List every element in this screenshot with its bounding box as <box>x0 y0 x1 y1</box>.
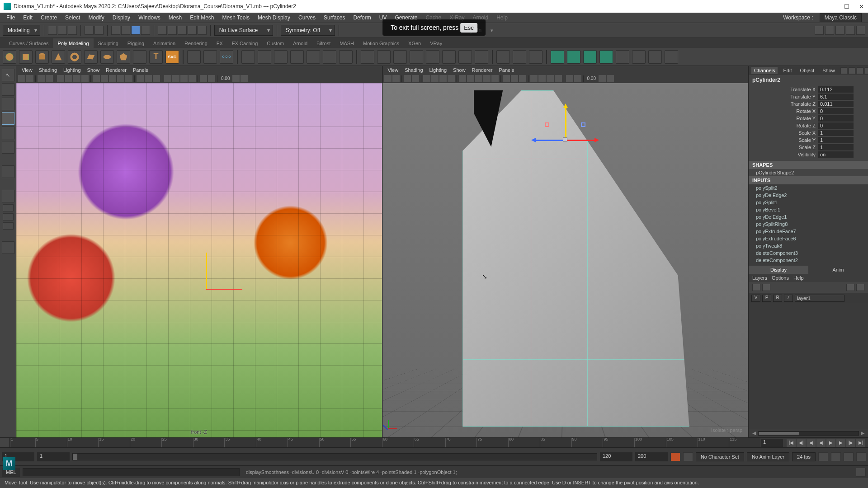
prefs-icon[interactable] <box>856 452 866 461</box>
camera-select-icon[interactable] <box>18 75 25 82</box>
subdivide-icon[interactable] <box>323 50 336 64</box>
symmetry-dropdown[interactable]: Symmetry: Off <box>281 25 335 36</box>
shadows-icon[interactable] <box>125 75 132 82</box>
shelf-tab-rendering[interactable]: Rendering <box>180 38 212 48</box>
layer-name[interactable]: layer1 <box>795 295 844 302</box>
symmetry-options-icon[interactable] <box>203 50 217 64</box>
channel-icon-4[interactable] <box>865 67 868 74</box>
toggle-channelbox-icon[interactable] <box>856 26 865 35</box>
poly-torus-icon[interactable] <box>68 50 81 64</box>
bookmark-icon-r[interactable] <box>412 75 419 82</box>
autokey-icon[interactable] <box>670 452 680 461</box>
multi-cut-coord-icon[interactable]: 0,0,0 <box>220 50 233 64</box>
bridge-icon[interactable] <box>377 50 391 64</box>
history-node[interactable]: polySplitRing8 <box>749 221 868 228</box>
manipulator-z[interactable] <box>536 140 565 141</box>
channel-icon-3[interactable] <box>857 67 863 74</box>
rotate-tool[interactable] <box>2 127 14 139</box>
ao-icon[interactable] <box>164 75 171 82</box>
gate-mask-icon[interactable] <box>81 75 89 82</box>
menu-display[interactable]: Display <box>109 14 134 22</box>
layer-vis-cell[interactable]: V <box>751 295 760 302</box>
attr-value[interactable]: 0 <box>818 108 854 114</box>
extrude-icon[interactable] <box>361 50 374 64</box>
poly-sphere-icon[interactable] <box>3 50 16 64</box>
circularize-icon[interactable] <box>475 50 488 64</box>
manipulator-x-axis[interactable] <box>206 289 242 290</box>
channel-tab-edit[interactable]: Edit <box>780 67 794 74</box>
outliner-icon[interactable] <box>2 241 14 254</box>
combine-icon[interactable] <box>241 50 255 64</box>
ao-icon-r[interactable] <box>530 75 538 82</box>
hud-icon[interactable] <box>825 26 834 35</box>
history-node[interactable]: polyExtrudeFace6 <box>749 235 868 242</box>
select-tool-icon[interactable] <box>141 26 150 35</box>
hw-render-icon[interactable] <box>208 75 215 82</box>
attr-value[interactable]: 6.1 <box>818 94 854 100</box>
history-node[interactable]: polySplit2 <box>749 184 868 192</box>
open-scene-icon[interactable] <box>58 26 67 35</box>
cleanup-icon[interactable] <box>648 50 662 64</box>
aa-icon[interactable] <box>189 75 196 82</box>
crease-icon[interactable] <box>567 50 580 64</box>
panel-menu-renderer-r[interactable]: Renderer <box>469 67 495 73</box>
layer-type-cell[interactable]: R <box>773 295 782 302</box>
camera-lock-icon[interactable] <box>26 75 33 82</box>
viewport-front-canvas[interactable]: front -Z <box>16 83 382 437</box>
shelf-tab-rigging[interactable]: Rigging <box>123 38 149 48</box>
panel-menu-lighting-r[interactable]: Lighting <box>427 67 450 73</box>
smooth-icon[interactable] <box>290 50 304 64</box>
history-node[interactable]: deleteComponent2 <box>749 257 868 264</box>
panel-menu-show-r[interactable]: Show <box>450 67 468 73</box>
layer-row[interactable]: V P R / layer1 <box>749 293 868 303</box>
exposure-icon-r[interactable] <box>599 75 606 82</box>
poly-type-icon[interactable]: T <box>149 50 163 64</box>
playback-options-icon[interactable] <box>683 452 693 461</box>
toggle-attr-icon[interactable] <box>835 26 844 35</box>
lasso-tool[interactable] <box>2 83 14 96</box>
maximize-button[interactable]: ☐ <box>844 3 850 9</box>
res-gate-icon[interactable] <box>73 75 80 82</box>
layout-two-icon[interactable] <box>3 222 14 230</box>
shelf-tab-polymodeling[interactable]: Poly Modeling <box>53 38 93 48</box>
select-by-component-icon[interactable] <box>131 26 140 35</box>
show-manip-icon[interactable] <box>2 190 14 202</box>
fps-dropdown[interactable]: 24 fps <box>792 452 816 461</box>
gamma-icon-r[interactable] <box>607 75 614 82</box>
reduce-icon[interactable] <box>632 50 646 64</box>
grid-icon-r[interactable] <box>423 75 430 82</box>
svg-icon[interactable]: SVG <box>165 50 179 64</box>
attr-value[interactable]: 0.011 <box>818 101 854 107</box>
menu-file[interactable]: File <box>3 14 19 22</box>
step-fwd-key-icon[interactable]: |▶ <box>846 439 855 447</box>
lights-icon[interactable] <box>117 75 124 82</box>
menu-select[interactable]: Select <box>61 14 84 22</box>
manipulator-x-pos[interactable] <box>565 140 594 141</box>
xray-joints-icon[interactable] <box>153 75 160 82</box>
save-scene-icon[interactable] <box>68 26 77 35</box>
layer-color-cell[interactable]: / <box>784 295 793 302</box>
exposure-value[interactable]: 0.00 <box>219 76 231 81</box>
menu-curves[interactable]: Curves <box>295 14 319 22</box>
shelf-tab-custom[interactable]: Custom <box>262 38 288 48</box>
shelf-tab-fx[interactable]: FX <box>212 38 227 48</box>
platonic-icon[interactable] <box>117 50 130 64</box>
exposure-value-r[interactable]: 0.00 <box>585 76 598 81</box>
new-scene-icon[interactable] <box>48 26 57 35</box>
shelf-tab-curves[interactable]: Curves / Surfaces <box>5 38 53 48</box>
history-node[interactable]: polyTweak8 <box>749 242 868 249</box>
isolate-select-icon[interactable] <box>137 75 144 82</box>
camera-select-icon-r[interactable] <box>384 75 392 82</box>
layout-single-icon[interactable] <box>3 204 14 211</box>
poly-cylinder-icon[interactable] <box>35 50 49 64</box>
layer-menu-options[interactable]: Options <box>772 275 789 281</box>
panel-menu-panels[interactable]: Panels <box>130 67 151 73</box>
range-end-outer[interactable]: 200 <box>635 452 668 461</box>
scale-tool[interactable] <box>2 141 14 154</box>
merge-icon[interactable] <box>410 50 423 64</box>
hw-render-icon-r[interactable] <box>574 75 581 82</box>
select-by-object-icon[interactable] <box>111 26 120 35</box>
panel-menu-renderer[interactable]: Renderer <box>103 67 129 73</box>
panel-menu-shading-r[interactable]: Shading <box>402 67 425 73</box>
channel-icon-2[interactable] <box>849 67 855 74</box>
